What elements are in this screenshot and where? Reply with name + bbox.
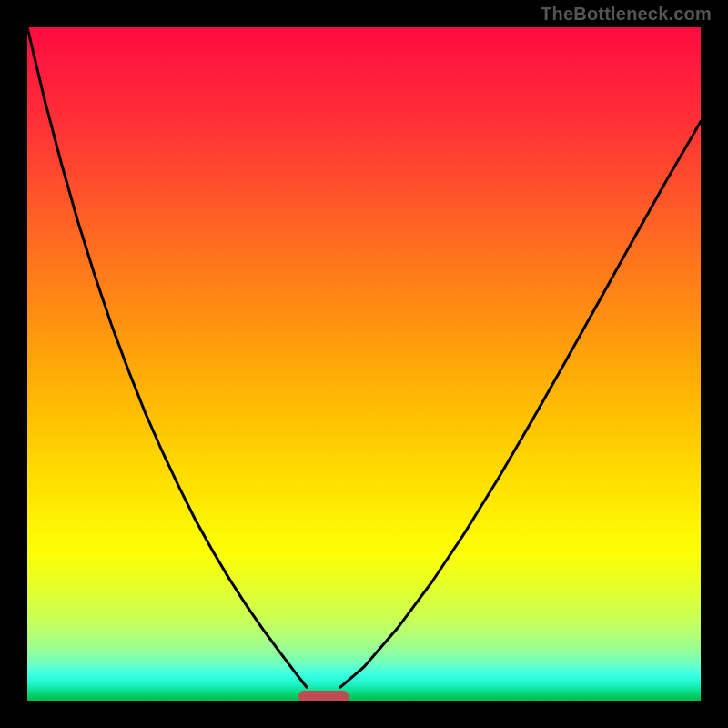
chart-container: TheBottleneck.com xyxy=(0,0,728,728)
curve-left-branch xyxy=(27,27,307,687)
watermark-text: TheBottleneck.com xyxy=(541,4,712,25)
curve-right-branch xyxy=(340,122,701,688)
plot-area xyxy=(27,27,701,701)
chart-svg xyxy=(27,27,701,701)
baseline-marker xyxy=(298,691,349,701)
